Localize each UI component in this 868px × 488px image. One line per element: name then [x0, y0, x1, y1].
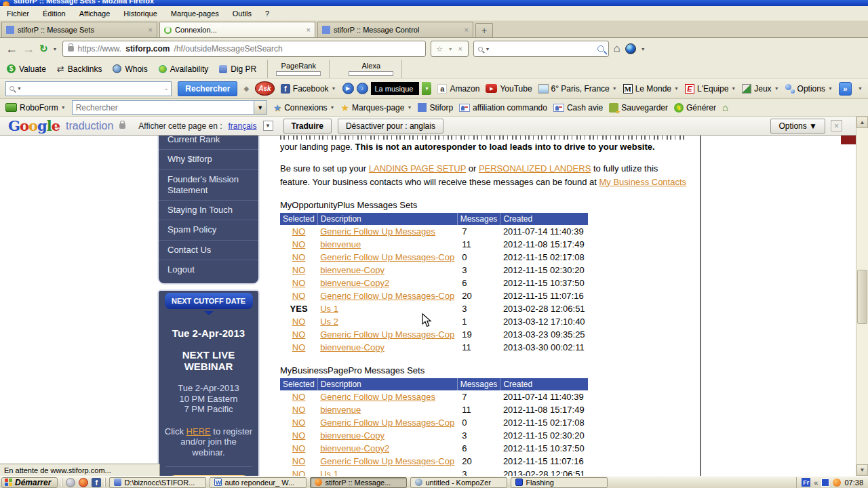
bookmark-star-icon[interactable]: ☆ — [436, 45, 443, 54]
message-set-link[interactable]: Us 2 — [320, 317, 338, 327]
tab-connexion[interactable]: Connexion... × — [159, 22, 315, 37]
search-engine-dropdown-icon[interactable]: ▼ — [486, 47, 490, 52]
message-set-link[interactable]: bienvenue-Copy2 — [320, 278, 389, 288]
overflow-button[interactable]: » — [839, 82, 852, 96]
search-submit-button[interactable]: Rechercher — [178, 81, 237, 96]
sidebar-item[interactable]: Why $tiforp — [159, 150, 258, 169]
selected-toggle-link[interactable]: NO — [292, 418, 306, 428]
forward-button[interactable]: → — [22, 42, 35, 56]
options-button[interactable]: Options ▼ — [785, 84, 833, 94]
roboform-menu-button[interactable]: RoboForm ▼ — [5, 103, 66, 113]
selected-toggle-link[interactable]: NO — [292, 456, 306, 466]
weather-button[interactable]: 6° Paris, France ▼ — [538, 84, 617, 94]
selected-toggle-link[interactable]: NO — [292, 430, 306, 441]
sidebar-item[interactable]: Contact Us — [159, 241, 258, 260]
facebook-button[interactable]: f Facebook ▼ — [281, 84, 336, 94]
overflow-dropdown-icon[interactable]: ▼ — [858, 86, 863, 91]
valuate-button[interactable]: $ Valuate — [7, 64, 46, 74]
selected-toggle-link[interactable]: NO — [292, 469, 306, 476]
close-translate-bar-icon[interactable]: × — [831, 120, 842, 131]
resize-handle[interactable]: - — [165, 84, 167, 94]
message-set-link[interactable]: bienvenue-Copy — [320, 265, 384, 275]
youtube-button[interactable]: ▶ YouTube — [486, 84, 532, 94]
message-set-link[interactable]: Generic Follow Up Messages-Cop — [320, 418, 454, 428]
roboform-search-field[interactable]: ▼ — [72, 100, 267, 115]
menu-item[interactable]: Outils — [233, 9, 252, 18]
cash-passcard-button[interactable]: Cash avie — [553, 103, 603, 113]
marquespage-button[interactable]: ★ Marques-page ▼ — [341, 103, 412, 113]
selected-toggle-link[interactable]: NO — [292, 291, 306, 301]
selected-toggle-link[interactable]: NO — [292, 252, 306, 262]
start-button[interactable]: Démarrer — [1, 477, 58, 488]
quicklaunch-facebook-icon[interactable]: f — [92, 478, 101, 487]
play-icon[interactable]: ▶ — [342, 83, 354, 94]
search-bar[interactable]: ▼ — [473, 41, 609, 57]
scroll-down-icon[interactable]: ▼ — [856, 464, 868, 476]
selected-toggle-link[interactable]: NO — [292, 265, 306, 275]
save-button[interactable]: Sauvegarder — [609, 103, 668, 113]
ask-search-field[interactable]: ▼ - — [5, 81, 172, 96]
message-set-link[interactable]: Generic Follow Up Messages-Cop — [320, 456, 454, 466]
selected-toggle-link[interactable]: NO — [292, 239, 306, 249]
music-title[interactable]: La musique — [371, 82, 420, 95]
sidebar-item[interactable]: Founder's Mission Statement — [159, 170, 258, 201]
message-set-link[interactable]: bienvenue-Copy — [320, 430, 384, 441]
reload-button[interactable]: ↻ — [39, 43, 48, 55]
message-set-link[interactable]: Generic Follow Up Messages-Cop — [320, 252, 454, 262]
sidebar-item[interactable]: Current Rank — [159, 136, 258, 150]
language-link[interactable]: français — [228, 121, 256, 131]
scroll-up-icon[interactable]: ▲ — [856, 117, 868, 128]
roboform-search-input[interactable] — [73, 103, 254, 113]
app-menu-sphere-icon[interactable] — [625, 43, 636, 54]
url-bar[interactable]: https://www.stiforp.com/hf/outsideMessag… — [62, 41, 426, 57]
sidebar-item[interactable]: Logout — [159, 260, 258, 279]
stiforp-passcard-button[interactable]: Stiforp — [418, 103, 453, 113]
message-set-link[interactable]: bienvenue-Copy — [320, 342, 384, 352]
translate-options-button[interactable]: Options ▼ — [770, 119, 825, 134]
tray-chevron-icon[interactable]: « — [814, 479, 818, 487]
selected-toggle-link[interactable]: NO — [292, 278, 306, 288]
selected-toggle-link[interactable]: NO — [292, 405, 306, 415]
availability-button[interactable]: Availability — [159, 64, 208, 74]
message-set-link[interactable]: Us 1 — [320, 304, 338, 314]
tab-close-icon[interactable]: × — [149, 26, 153, 34]
backlinks-button[interactable]: ⇄ Backlinks — [57, 64, 102, 74]
home-button[interactable]: ⌂ — [614, 42, 620, 56]
language-dropdown-icon[interactable]: ▼ — [263, 121, 273, 131]
scrollbar-thumb[interactable] — [857, 270, 867, 324]
message-set-link[interactable]: bienvenue — [320, 239, 361, 249]
language-indicator[interactable]: Fr — [802, 478, 810, 487]
message-set-link[interactable]: bienvenue — [320, 405, 361, 415]
message-set-link[interactable]: Generic Follow Up Messages-Cop — [320, 291, 454, 301]
personalized-landers-link[interactable]: PERSONALIZED LANDERS — [479, 163, 591, 174]
menu-item[interactable]: Historique — [123, 9, 157, 18]
new-tab-button[interactable]: + — [475, 23, 493, 37]
menu-item[interactable]: Marque-pages — [171, 9, 219, 18]
search-dropdown-icon[interactable]: ▼ — [17, 86, 22, 91]
taskbar-task[interactable]: untitled - KompoZer — [410, 477, 507, 488]
menu-item[interactable]: Affichage — [79, 9, 111, 18]
roboform-home-icon[interactable]: ⌂ — [722, 102, 728, 113]
menu-item[interactable]: Édition — [43, 9, 66, 18]
disable-language-button[interactable]: Désactiver pour : anglais — [338, 119, 443, 134]
taskbar-task[interactable]: D:\biznocc\STIFOR... — [109, 477, 206, 488]
digpr-button[interactable]: Dig PR — [219, 64, 256, 74]
clear-url-icon[interactable]: × — [458, 45, 462, 53]
quicklaunch-icon-2[interactable] — [79, 478, 88, 487]
message-set-link[interactable]: Generic Follow Up Messages-Cop — [320, 329, 454, 340]
tab-message-sets[interactable]: stiforP :: Message Sets × — [1, 22, 157, 37]
selected-toggle-link[interactable]: NO — [292, 317, 306, 327]
taskbar-task[interactable]: Wauto repondeur_ W... — [210, 477, 307, 488]
menu-item[interactable]: Fichier — [7, 9, 29, 18]
message-set-link[interactable]: Generic Follow Up Messages — [320, 392, 435, 402]
amazon-button[interactable]: a Amazon — [437, 84, 479, 94]
taskbar-task[interactable]: stiforP :: Message... — [310, 477, 407, 488]
ask-logo-icon[interactable]: Ask — [255, 81, 275, 96]
lemonde-button[interactable]: M Le Monde ▼ — [623, 84, 679, 94]
back-button[interactable]: ← — [5, 42, 18, 56]
tab-close-icon[interactable]: × — [465, 26, 469, 34]
sidebar-item[interactable]: Spam Policy — [159, 220, 258, 240]
url-dropdown-icon[interactable]: ▼ — [448, 47, 453, 52]
landing-page-setup-link[interactable]: LANDING PAGE SETUP — [369, 163, 466, 174]
selected-toggle-link[interactable]: NO — [292, 329, 306, 340]
